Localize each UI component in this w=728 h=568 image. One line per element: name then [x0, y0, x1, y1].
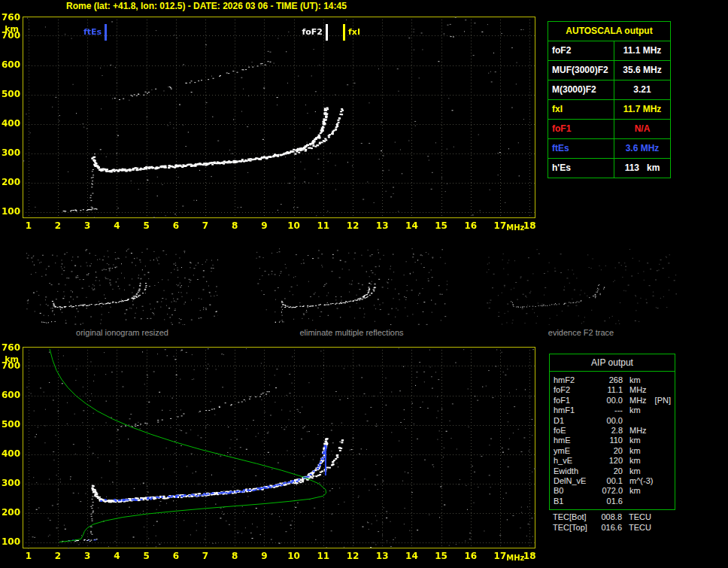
aip-param-label: hmF1 — [554, 405, 597, 415]
aip-param-unit: km — [623, 436, 641, 445]
aip-param-unit: km — [623, 456, 641, 466]
aip-param-unit: MHz — [623, 385, 647, 395]
aip-row-h-ve: h_vE120km — [550, 456, 675, 466]
aip-param-label: hmE — [554, 436, 597, 445]
aip-param-value: 20 — [597, 466, 623, 476]
thumbnail-original — [26, 248, 218, 325]
thumbnail-original-caption: original ionogram resized — [26, 328, 218, 337]
aip-param-value: 00.0 — [597, 396, 623, 405]
aip-param-label: DelN_vE — [554, 476, 597, 486]
thumbnail-filtered — [256, 248, 447, 325]
autoscala-param-value: 3.6 MHz — [614, 139, 670, 158]
autoscala-param-label: M(3000)F2 — [548, 80, 614, 99]
aip-param-label: hmF2 — [554, 375, 597, 385]
aip-row-ewidth: Ewidth20km — [550, 466, 675, 476]
aip-row-b1: B101.6 — [550, 497, 675, 506]
aip-param-label: B1 — [554, 497, 597, 506]
aip-param-label: foF2 — [554, 385, 597, 395]
autoscala-row-h-es: h'Es113 km — [548, 159, 670, 178]
aip-param-label: Ewidth — [554, 466, 597, 476]
thumbnail-f2-trace-caption: evidence F2 trace — [485, 328, 677, 337]
autoscala-param-label: ftEs — [548, 139, 614, 158]
aip-param-label: foE — [554, 426, 597, 436]
autoscala-param-label: MUF(3000)F2 — [548, 61, 614, 80]
autoscala-param-label: h'Es — [548, 159, 614, 178]
aip-row-fof1: foF100.0MHz[PN] — [550, 396, 675, 405]
aip-param-unit — [623, 416, 629, 426]
aip-param-label: TEC[Bot] — [553, 512, 596, 522]
autoscala-table-rows: foF211.1 MHzMUF(3000)F235.6 MHzM(3000)F2… — [548, 41, 670, 178]
autoscala-row-fxi: fxI11.7 MHz — [548, 100, 670, 120]
thumbnail-original-canvas — [26, 248, 218, 325]
aip-param-unit: km — [623, 446, 641, 456]
aip-row-yme: ymE20km — [550, 446, 675, 456]
aip-param-unit: TECU — [622, 523, 651, 533]
aip-param-note: [PN] — [655, 396, 671, 405]
aip-row-hmf2: hmF2268km — [550, 375, 675, 385]
main-ionogram-plot — [0, 12, 545, 238]
aip-row-tec-bot: TEC[Bot]008.8TECU — [549, 512, 675, 522]
aip-param-label: foF1 — [554, 396, 597, 405]
aip-param-unit: km — [623, 405, 641, 415]
aip-param-label: TEC[Top] — [553, 523, 596, 533]
aip-param-value: 072.0 — [597, 486, 623, 496]
aip-row-b0: B0072.0km — [550, 486, 675, 496]
autoscala-row-muf-3000-f2: MUF(3000)F235.6 MHz — [548, 61, 670, 80]
aip-param-value: 008.8 — [596, 512, 622, 522]
aip-row-hmf1: hmF1---km — [550, 405, 675, 415]
autoscala-param-value: 11.1 MHz — [614, 41, 670, 60]
autoscala-param-label: fxI — [548, 100, 614, 119]
aip-param-unit: km — [623, 486, 641, 496]
thumbnail-f2-trace-canvas — [485, 248, 677, 325]
aip-param-value: --- — [597, 405, 623, 415]
autoscala-param-value: 3.21 — [614, 80, 670, 99]
aip-param-label: D1 — [554, 416, 597, 426]
aip-param-unit: km — [623, 375, 641, 385]
aip-param-value: 00.1 — [597, 476, 623, 486]
tec-rows: TEC[Bot]008.8TECUTEC[Top]016.6TECU — [549, 512, 675, 533]
aip-row-hme: hmE110km — [550, 436, 675, 445]
aip-param-label: B0 — [554, 486, 597, 496]
aip-param-label: ymE — [554, 446, 597, 456]
profile-ionogram-plot — [0, 342, 545, 568]
aip-param-label: h_vE — [554, 456, 597, 466]
aip-param-unit: MHz — [623, 396, 647, 405]
autoscala-param-value: 11.7 MHz — [614, 100, 670, 119]
aip-row-foe: foE2.8MHz — [550, 426, 675, 436]
aip-param-unit: m^(-3) — [623, 476, 653, 486]
aip-param-value: 268 — [597, 375, 623, 385]
aip-param-unit: TECU — [622, 512, 651, 522]
autoscala-row-ftes: ftEs3.6 MHz — [548, 139, 670, 159]
aip-param-value: 20 — [597, 446, 623, 456]
aip-param-value: 110 — [597, 436, 623, 445]
aip-param-value: 120 — [597, 456, 623, 466]
autoscala-param-value: N/A — [614, 120, 670, 138]
aip-output-box: AIP output hmF2268kmfoF211.1MHzfoF100.0M… — [549, 354, 675, 510]
aip-param-value: 016.6 — [596, 523, 622, 533]
station-header: Rome (lat: +41.8, lon: 012.5) - DATE: 20… — [66, 1, 347, 11]
aip-row-tec-top: TEC[Top]016.6TECU — [549, 523, 675, 533]
aip-param-value: 2.8 — [597, 426, 623, 436]
aip-param-value: 11.1 — [597, 385, 623, 395]
thumbnail-filtered-canvas — [256, 248, 447, 325]
autoscala-param-label: foF1 — [548, 120, 614, 138]
thumbnail-f2-trace — [485, 248, 677, 325]
autoscala-param-label: foF2 — [548, 41, 614, 60]
aip-table-rows: hmF2268kmfoF211.1MHzfoF100.0MHz[PN]hmF1-… — [550, 375, 675, 506]
aip-row-fof2: foF211.1MHz — [550, 385, 675, 395]
aip-param-value: 00.0 — [597, 416, 623, 426]
aip-param-value: 01.6 — [597, 497, 623, 506]
autoscala-row-fof1: foF1N/A — [548, 120, 670, 139]
aip-row-deln-ve: DelN_vE00.1m^(-3) — [550, 476, 675, 486]
aip-param-unit: km — [623, 466, 641, 476]
autoscala-row-fof2: foF211.1 MHz — [548, 41, 670, 61]
aip-output-panel: AIP output hmF2268kmfoF211.1MHzfoF100.0M… — [549, 354, 675, 533]
aip-param-unit: MHz — [623, 426, 647, 436]
aip-table-header: AIP output — [550, 354, 675, 372]
thumbnail-filtered-caption: eliminate multiple reflections — [256, 328, 447, 337]
autoscala-table-header: AUTOSCALA output — [548, 22, 670, 41]
autoscala-param-value: 113 km — [614, 159, 670, 178]
aip-param-unit — [623, 497, 629, 506]
autoscala-param-value: 35.6 MHz — [614, 61, 670, 80]
aip-row-d1: D100.0 — [550, 416, 675, 426]
